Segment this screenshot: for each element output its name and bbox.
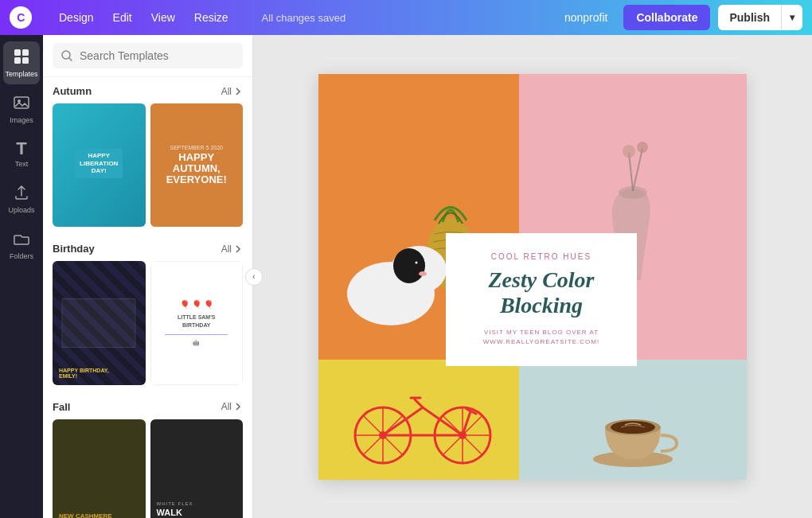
design-canvas: COOL RETRO HUES Zesty Color Blocking VIS… (318, 74, 747, 480)
birthday-template-grid: HAPPY BIRTHDAY,EMILY! 🎈🎈🎈 LITTLE SAM'SBI… (53, 261, 243, 384)
chevron-right-icon-3 (233, 402, 243, 411)
chevron-right-icon-2 (233, 244, 243, 254)
svg-rect-3 (22, 57, 29, 64)
template-fall-2[interactable]: WHITE FLEX WALKFLEXDENIM (150, 419, 244, 518)
svg-point-17 (416, 261, 418, 263)
template-fall-1[interactable]: NEW CASHMERESWEATERS! SHOP NOW → (53, 419, 146, 518)
color-block-orange-top (318, 74, 519, 164)
collaborate-button[interactable]: Collaborate (623, 5, 710, 30)
category-fall: Fall All NEW CASHMERESWEATERS! SHOP NOW … (43, 393, 252, 518)
text-icon: T (16, 140, 26, 158)
publish-dropdown-button[interactable]: ▾ (782, 5, 802, 30)
uploads-label: Uploads (8, 206, 34, 214)
template-birthday-2[interactable]: 🎈🎈🎈 LITTLE SAM'SBIRTHDAY 🤖 (150, 261, 244, 384)
birthday-all[interactable]: All (221, 243, 243, 255)
autumn-all[interactable]: All (221, 86, 243, 97)
sidebar-item-templates[interactable]: Templates (3, 41, 40, 84)
svg-rect-2 (14, 57, 21, 64)
svg-point-15 (393, 248, 425, 283)
panel-collapse-button[interactable]: ‹ (245, 268, 263, 286)
fall-all[interactable]: All (221, 401, 243, 412)
autumn-template-grid: HAPPYLIBERATIONDAY! SEPTEMBER 5 2020 HAP… (53, 103, 243, 227)
svg-rect-4 (14, 97, 29, 108)
svg-point-18 (419, 271, 427, 276)
text-label: Text (15, 160, 29, 168)
templates-icon (13, 48, 30, 68)
folders-icon (13, 230, 30, 250)
templates-label: Templates (5, 70, 37, 78)
images-label: Images (10, 116, 33, 124)
sidebar-item-text[interactable]: T Text (3, 134, 40, 174)
design-subtitle: COOL RETRO HUES (462, 252, 621, 261)
svg-line-9 (633, 149, 642, 191)
category-birthday-header: Birthday All (53, 243, 243, 255)
sidebar-item-uploads[interactable]: Uploads (3, 177, 40, 220)
fall-title: Fall (53, 401, 70, 413)
category-autumn: Autumn All HAPPYLIBERATIONDAY! (43, 77, 252, 235)
publish-group: Publish ▾ (718, 5, 802, 30)
template-autumn-2[interactable]: SEPTEMBER 5 2020 HAPPYAUTUMN,EVERYONE! (150, 103, 244, 227)
search-input[interactable] (80, 49, 235, 62)
category-autumn-header: Autumn All (53, 85, 243, 97)
nav-edit[interactable]: Edit (105, 6, 140, 29)
nav-menu: Design Edit View Resize (51, 6, 236, 29)
images-icon (13, 94, 30, 114)
autumn-title: Autumn (53, 85, 92, 97)
color-block-yellow (318, 360, 519, 480)
category-fall-header: Fall All (53, 401, 243, 413)
canva-logo-icon: C (10, 6, 32, 29)
bicycle-illustration (339, 368, 498, 471)
svg-point-16 (411, 259, 419, 267)
fall-template-grid: NEW CASHMERESWEATERS! SHOP NOW → WHITE F… (53, 419, 243, 518)
folders-label: Folders (10, 252, 33, 260)
search-icon (61, 49, 73, 62)
nav-design[interactable]: Design (51, 6, 102, 29)
category-birthday: Birthday All HAPPY BIRTHDAY,EMILY! (43, 235, 252, 392)
sidebar-icons: Templates Images T Text Upl (0, 35, 43, 518)
publish-button[interactable]: Publish (718, 5, 782, 30)
nav-right-actions: nonprofit Collaborate Publish ▾ (556, 5, 802, 30)
svg-point-10 (623, 145, 635, 158)
svg-point-11 (637, 142, 648, 153)
design-title: Zesty Color Blocking (462, 267, 621, 318)
sidebar-item-folders[interactable]: Folders (3, 224, 40, 267)
svg-rect-1 (22, 49, 29, 56)
design-card: COOL RETRO HUES Zesty Color Blocking VIS… (446, 233, 637, 366)
canva-logo: C (10, 6, 32, 29)
nonprofit-button[interactable]: nonprofit (556, 6, 615, 29)
uploads-icon (13, 184, 30, 204)
templates-panel: Autumn All HAPPYLIBERATIONDAY! (43, 35, 253, 518)
search-input-wrap (53, 43, 243, 68)
templates-panel-container: Autumn All HAPPYLIBERATIONDAY! (43, 35, 253, 518)
canvas-area: COOL RETRO HUES Zesty Color Blocking VIS… (253, 35, 812, 518)
nav-view[interactable]: View (143, 6, 183, 29)
top-navigation: C Design Edit View Resize All changes sa… (0, 0, 812, 35)
template-birthday-1[interactable]: HAPPY BIRTHDAY,EMILY! (53, 261, 146, 384)
color-block-teal (519, 360, 747, 480)
birthday-title: Birthday (53, 243, 95, 255)
coffee-cup-illustration (585, 368, 681, 471)
save-status: All changes saved (262, 12, 346, 24)
svg-line-8 (629, 153, 633, 191)
nav-resize[interactable]: Resize (186, 6, 236, 29)
template-autumn-1[interactable]: HAPPYLIBERATIONDAY! (53, 103, 146, 227)
design-body: VISIT MY TEEN BLOG OVER ATWWW.REALLYGREA… (462, 328, 621, 347)
sidebar-item-images[interactable]: Images (3, 88, 40, 130)
main-layout: Templates Images T Text Upl (0, 35, 812, 518)
search-bar (43, 35, 252, 77)
svg-rect-0 (14, 49, 21, 56)
chevron-right-icon (233, 87, 243, 96)
